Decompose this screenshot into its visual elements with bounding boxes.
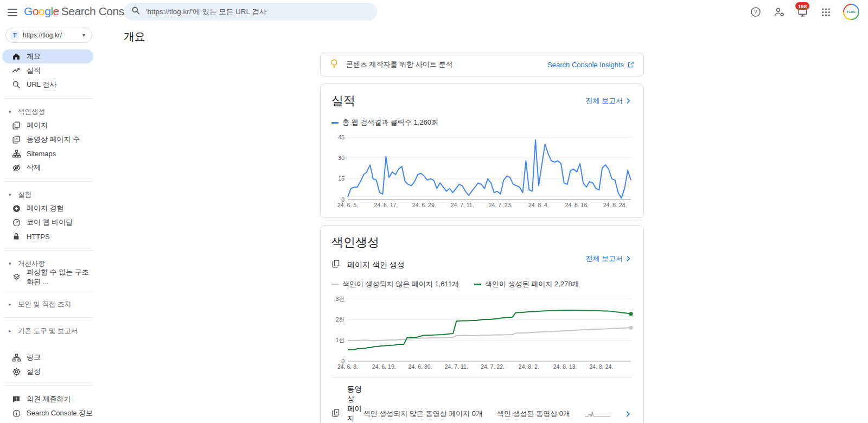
svg-text:24. 8. 2.: 24. 8. 2. xyxy=(519,363,539,370)
sidebar-item-url-inspection[interactable]: URL 검사 xyxy=(2,78,93,92)
menu-icon[interactable] xyxy=(8,7,18,17)
search-icon xyxy=(131,6,141,17)
announcements-icon[interactable]: 198 xyxy=(796,6,808,18)
video-pages-icon xyxy=(11,134,22,145)
links-tree-icon xyxy=(11,352,22,363)
sidebar-item-core-web-vitals[interactable]: 코어 웹 바이탈 xyxy=(2,215,93,229)
gauge-icon xyxy=(11,217,22,228)
sidebar-item-performance[interactable]: 실적 xyxy=(2,63,93,78)
sidebar-item-label: HTTPS xyxy=(27,233,50,241)
pages-icon xyxy=(11,120,22,131)
sidebar-section-experience[interactable]: ▾ 실험 xyxy=(0,188,98,201)
performance-line-chart: 015304524. 6. 5.24. 6. 17.24. 6. 29.24. … xyxy=(331,133,634,210)
full-report-label: 전체 보고서 xyxy=(585,96,623,106)
sidebar-item-label: 설정 xyxy=(27,367,41,376)
svg-text:24. 6. 19.: 24. 6. 19. xyxy=(372,363,396,370)
divider xyxy=(4,291,93,291)
svg-text:24. 8. 16.: 24. 8. 16. xyxy=(565,202,589,208)
indexing-line-chart: 01천2천3천24. 6. 8.24. 6. 19.24. 6. 30.24. … xyxy=(331,294,634,371)
svg-text:24. 8. 4.: 24. 8. 4. xyxy=(528,202,549,208)
chevron-right-icon xyxy=(624,254,633,263)
sidebar-item-pages[interactable]: 페이지 xyxy=(2,118,93,132)
svg-text:15: 15 xyxy=(338,175,344,182)
chevron-right-icon xyxy=(624,97,633,105)
svg-text:24. 8. 24.: 24. 8. 24. xyxy=(589,363,613,370)
divider xyxy=(4,385,93,386)
external-link-icon xyxy=(627,61,635,68)
property-selector[interactable]: T https://tlog.kr/ ▼ xyxy=(5,28,92,43)
sidebar-item-overview[interactable]: 개요 xyxy=(2,49,93,63)
not-indexed-legend: 색인이 생성되지 않은 페이지 1,611개 xyxy=(331,279,459,289)
divider xyxy=(4,317,93,318)
search-input[interactable] xyxy=(146,8,369,16)
sidebar-item-about[interactable]: Search Console 정보 xyxy=(2,406,93,420)
caret-down-icon: ▾ xyxy=(9,109,14,114)
svg-text:24. 7. 23.: 24. 7. 23. xyxy=(489,202,513,208)
sidebar-item-sitemaps[interactable]: Sitemaps xyxy=(2,146,93,161)
sidebar-item-label: 링크 xyxy=(27,352,41,362)
insights-banner: 콘텐츠 제작자를 위한 사이트 분석 Search Console Insigh… xyxy=(320,53,644,76)
help-icon[interactable]: ? xyxy=(750,6,762,18)
sidebar-item-links[interactable]: 링크 xyxy=(2,350,93,364)
site-favicon: T xyxy=(10,31,19,40)
structured-data-icon xyxy=(11,272,22,283)
svg-text:24. 7. 22.: 24. 7. 22. xyxy=(481,363,505,370)
sidebar-item-label: 삭제 xyxy=(27,163,41,172)
divider xyxy=(4,250,93,251)
sidebar-item-unparsable-structured-data[interactable]: 파싱할 수 없는 구조화된 ... xyxy=(2,270,93,284)
caret-down-icon: ▾ xyxy=(9,261,14,266)
svg-text:24. 7. 11.: 24. 7. 11. xyxy=(445,363,468,370)
legend-dash-gray xyxy=(331,284,339,285)
indexing-full-report-link[interactable]: 전체 보고서 xyxy=(585,254,633,264)
performance-card-title: 실적 xyxy=(331,93,355,109)
sidebar-section-indexing[interactable]: ▾ 색인생성 xyxy=(0,105,98,118)
pages-icon xyxy=(331,259,341,271)
svg-text:24. 8. 13.: 24. 8. 13. xyxy=(553,363,577,370)
insights-link[interactable]: Search Console Insights xyxy=(547,61,635,69)
page-title: 개요 xyxy=(124,29,145,44)
caret-right-icon: ▸ xyxy=(9,328,14,334)
sidebar-item-page-experience[interactable]: 페이지 경험 xyxy=(2,201,93,215)
indexed-legend-label: 색인이 생성된 페이지 2,278개 xyxy=(485,279,579,289)
sidebar-item-label: URL 검사 xyxy=(27,80,56,89)
svg-text:30: 30 xyxy=(338,155,344,161)
legend-dash-blue xyxy=(331,122,339,124)
sidebar-section-security-manual-actions[interactable]: ▸ 보안 및 직접 조치 xyxy=(0,298,98,311)
video-row-chevron[interactable] xyxy=(623,409,633,419)
avatar-label: TLOG xyxy=(844,5,858,19)
sitemap-icon xyxy=(11,148,22,159)
svg-text:24. 6. 29.: 24. 6. 29. xyxy=(412,202,436,208)
sidebar-item-label: 동영상 페이지 수 xyxy=(27,134,80,144)
sidebar-section-legacy-tools[interactable]: ▸ 기존 도구 및 보고서 xyxy=(0,324,98,337)
sidebar-item-removals[interactable]: 삭제 xyxy=(2,161,93,175)
caret-down-icon: ▾ xyxy=(9,192,14,197)
sidebar-item-video-pages[interactable]: 동영상 페이지 수 xyxy=(2,132,93,146)
svg-text:24. 6. 8.: 24. 6. 8. xyxy=(337,363,358,370)
full-report-label: 전체 보고서 xyxy=(585,254,623,264)
svg-text:24. 6. 17.: 24. 6. 17. xyxy=(374,202,398,208)
performance-full-report-link[interactable]: 전체 보고서 xyxy=(585,96,633,106)
feedback-icon xyxy=(11,394,22,405)
indexing-card: 색인생성 페이지 색인 생성 전체 보고서 색인이 생성되지 않은 페이지 1,… xyxy=(320,225,644,423)
sidebar-item-label: 실적 xyxy=(27,66,41,75)
svg-text:24. 6. 5.: 24. 6. 5. xyxy=(337,202,358,208)
indexed-legend: 색인이 생성된 페이지 2,278개 xyxy=(474,279,579,289)
video-indexed-stat: 색인 생성된 동영상 0개 xyxy=(497,409,570,419)
divider xyxy=(4,181,93,182)
google-logo-text: Google xyxy=(24,5,59,17)
google-apps-icon[interactable] xyxy=(820,6,832,18)
not-indexed-legend-label: 색인이 생성되지 않은 페이지 1,611개 xyxy=(342,279,459,289)
sidebar-item-label: 코어 웹 바이탈 xyxy=(27,217,73,227)
url-inspection-searchbar[interactable] xyxy=(124,3,377,21)
avatar[interactable]: TLOG xyxy=(843,4,859,20)
video-indexing-row[interactable]: 동영상 페이지 색인 생성 색인 생성되지 않은 동영상 페이지 0개 색인 생… xyxy=(331,377,633,423)
section-title: 실험 xyxy=(18,190,31,200)
sidebar-item-settings[interactable]: 설정 xyxy=(2,364,93,379)
svg-text:1천: 1천 xyxy=(336,337,344,343)
svg-text:24. 7. 11.: 24. 7. 11. xyxy=(451,202,474,208)
sidebar-item-feedback[interactable]: 의견 제출하기 xyxy=(2,392,93,406)
app-logo: GoogleSearch Console xyxy=(24,5,138,18)
user-settings-icon[interactable] xyxy=(773,6,785,18)
sidebar-item-https[interactable]: HTTPS xyxy=(2,229,93,243)
svg-text:24. 8. 28.: 24. 8. 28. xyxy=(603,202,627,208)
